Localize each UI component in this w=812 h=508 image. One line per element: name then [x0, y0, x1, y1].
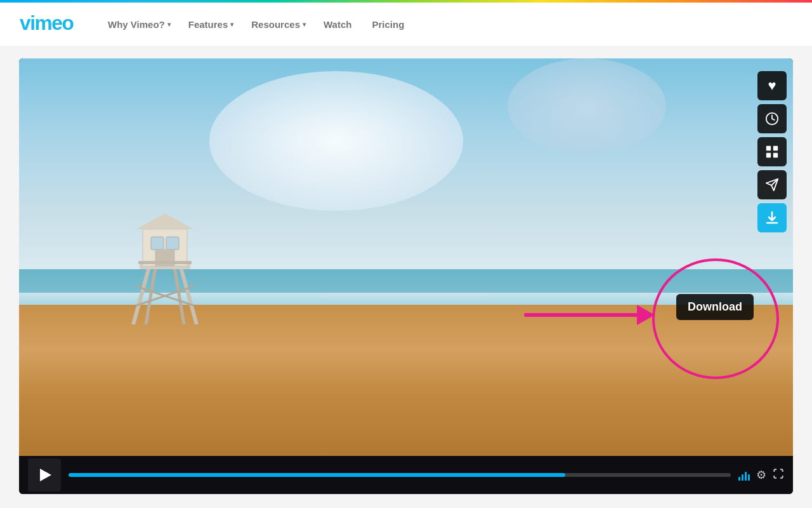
- svg-rect-10: [166, 237, 179, 250]
- control-icons: ⚙: [738, 468, 784, 482]
- nav-watch[interactable]: Watch: [324, 19, 354, 30]
- bar-2: [742, 474, 743, 481]
- svg-rect-15: [766, 146, 771, 150]
- arrow-shaft: [524, 313, 638, 317]
- annotation-arrow: [524, 305, 655, 325]
- watch-later-button[interactable]: [757, 104, 787, 133]
- play-icon: [40, 469, 51, 481]
- cloud-right: [508, 58, 666, 154]
- nav-why-vimeo[interactable]: Why Vimeo?: [108, 19, 171, 30]
- bar-4: [748, 474, 750, 481]
- svg-rect-18: [773, 153, 778, 157]
- vimeo-logo[interactable]: vimeo: [19, 13, 89, 36]
- nav-resources[interactable]: Resources: [251, 19, 306, 30]
- progress-bar[interactable]: [69, 473, 731, 477]
- svg-rect-13: [138, 261, 192, 264]
- svg-text:vimeo: vimeo: [20, 13, 74, 34]
- svg-rect-9: [151, 237, 164, 250]
- cloud-large: [209, 71, 463, 211]
- beach-scene: [19, 58, 793, 456]
- nav-pricing[interactable]: Pricing: [372, 19, 407, 30]
- fullscreen-icon[interactable]: [773, 468, 784, 482]
- settings-icon[interactable]: ⚙: [756, 468, 766, 482]
- share-button[interactable]: [757, 170, 787, 199]
- video-controls: ⚙: [19, 456, 793, 494]
- lifeguard-tower: [114, 185, 216, 324]
- svg-rect-16: [773, 146, 778, 150]
- download-icon-button[interactable]: [757, 203, 787, 232]
- side-actions: ♥: [757, 71, 787, 232]
- arrow-head: [637, 305, 655, 325]
- nav-links: Why Vimeo? Features Resources Watch Pric…: [108, 19, 407, 30]
- like-button[interactable]: ♥: [757, 71, 787, 100]
- progress-bar-fill: [69, 473, 565, 477]
- sand: [19, 305, 793, 456]
- volume-bars-icon[interactable]: [738, 469, 750, 481]
- svg-marker-12: [136, 213, 193, 229]
- page-content: ♥: [0, 46, 812, 507]
- svg-rect-17: [766, 153, 771, 157]
- bar-3: [745, 472, 747, 481]
- play-button[interactable]: [28, 458, 61, 491]
- download-button[interactable]: Download: [676, 294, 754, 320]
- nav-features[interactable]: Features: [188, 19, 234, 30]
- navbar: vimeo Why Vimeo? Features Resources Watc…: [0, 3, 812, 46]
- add-to-collection-button[interactable]: [757, 137, 787, 166]
- bar-1: [738, 477, 740, 481]
- video-player: ♥: [19, 58, 793, 494]
